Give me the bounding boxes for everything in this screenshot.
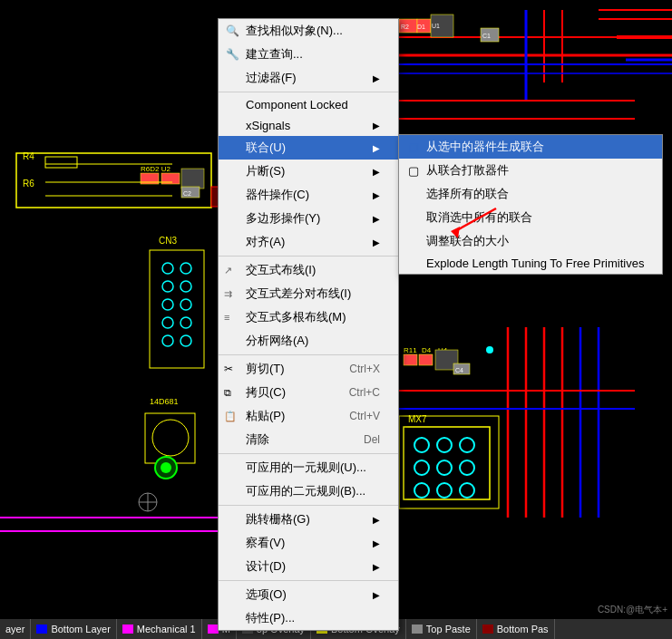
separator-3 <box>219 354 398 355</box>
menu-item-rules-2[interactable]: 可应用的二元规则(B)... <box>219 479 398 503</box>
clear-shortcut: Del <box>364 433 380 446</box>
submenu-create-union[interactable]: ▣ 从选中的器件生成联合 <box>399 135 662 159</box>
svg-rect-25 <box>181 169 204 189</box>
svg-text:R11: R11 <box>404 346 417 354</box>
submenu-deselect-unions[interactable]: 取消选中所有的联合 <box>399 206 662 229</box>
menu-item-union[interactable]: 联合(U) ▶ ▣ 从选中的器件生成联合 ▢ 从联合打散器件 选择所有的联合 取… <box>219 136 398 160</box>
svg-text:R6D2  U2: R6D2 U2 <box>141 165 170 173</box>
filter-arrow: ▶ <box>373 73 380 83</box>
submenu-adjust-union[interactable]: 调整联合的大小 <box>399 229 662 253</box>
svg-text:C4: C4 <box>455 367 463 373</box>
svg-text:C1: C1 <box>482 33 491 39</box>
design-arrow: ▶ <box>373 562 380 572</box>
submenu-dissolve-union[interactable]: ▢ 从联合打散器件 <box>399 159 662 182</box>
xsignals-arrow: ▶ <box>373 121 380 131</box>
menu-item-interactive-routing[interactable]: ↗ 交互式布线(I) <box>219 258 398 282</box>
svg-rect-59 <box>419 354 433 365</box>
svg-text:R2: R2 <box>401 24 409 30</box>
inspect-arrow: ▶ <box>373 538 380 548</box>
svg-text:C2: C2 <box>183 190 191 197</box>
menu-item-rules-1[interactable]: 可应用的一元规则(U)... <box>219 456 398 479</box>
svg-text:CN3: CN3 <box>159 236 177 246</box>
bottom-paste-color <box>482 624 493 634</box>
top-paste-color <box>412 624 423 634</box>
status-layer-indicator: ayer <box>0 619 31 639</box>
menu-item-slice[interactable]: 片断(S) ▶ <box>219 160 398 183</box>
menu-item-clear[interactable]: 清除 Del <box>219 428 398 451</box>
menu-item-xsignals[interactable]: xSignals ▶ <box>219 115 398 136</box>
slice-arrow: ▶ <box>373 167 380 177</box>
status-bottom-paste[interactable]: Bottom Pas <box>477 619 555 639</box>
menu-item-interactive-diff[interactable]: ⇉ 交互式差分对布线(I) <box>219 282 398 305</box>
submenu-select-all-unions[interactable]: 选择所有的联合 <box>399 182 662 206</box>
menu-item-properties[interactable]: 特性(P)... <box>219 606 398 630</box>
create-union-icon: ▣ <box>406 140 421 154</box>
union-arrow: ▶ <box>373 143 380 153</box>
status-bottom-layer[interactable]: Bottom Layer <box>31 619 116 639</box>
submenu-union: ▣ 从选中的器件生成联合 ▢ 从联合打散器件 选择所有的联合 取消选中所有的联合… <box>398 134 663 275</box>
menu-item-jump-grid[interactable]: 跳转栅格(G) ▶ <box>219 508 398 531</box>
menu-item-filter[interactable]: 过滤器(F) ▶ <box>219 66 398 90</box>
menu-item-align[interactable]: 对齐(A) ▶ <box>219 230 398 254</box>
paste-shortcut: Ctrl+V <box>349 410 380 422</box>
status-top-paste[interactable]: Top Paste <box>406 619 477 639</box>
svg-text:R6: R6 <box>23 179 34 189</box>
separator-5 <box>219 505 398 506</box>
mechanical1-color <box>122 624 133 634</box>
svg-point-95 <box>486 346 493 353</box>
menu-item-inspect[interactable]: 察看(V) ▶ <box>219 531 398 555</box>
watermark: CSDN:@电气本+ <box>598 604 667 616</box>
menu-item-copy[interactable]: ⧉ 拷贝(C) Ctrl+C <box>219 381 398 404</box>
menu-item-cut[interactable]: ✂ 剪切(T) Ctrl+X <box>219 357 398 381</box>
separator-1 <box>219 92 398 92</box>
svg-text:D4: D4 <box>422 346 432 354</box>
dissolve-union-icon: ▢ <box>406 163 421 178</box>
component-ops-arrow: ▶ <box>373 190 380 200</box>
svg-text:D1: D1 <box>417 24 425 30</box>
context-menu: 🔍 查找相似对象(N)... 🔧 建立查询... 过滤器(F) ▶ Compon… <box>218 18 399 631</box>
copy-shortcut: Ctrl+C <box>349 386 380 399</box>
options-arrow: ▶ <box>373 590 380 600</box>
jump-grid-arrow: ▶ <box>373 515 380 525</box>
svg-point-49 <box>161 462 171 473</box>
menu-item-interactive-multi[interactable]: ≡ 交互式多根布线(M) <box>219 305 398 329</box>
menu-item-design[interactable]: 设计(D) ▶ <box>219 555 398 578</box>
cut-shortcut: Ctrl+X <box>349 363 380 375</box>
separator-4 <box>219 453 398 454</box>
menu-item-options[interactable]: 选项(O) ▶ <box>219 583 398 606</box>
submenu-explode-length[interactable]: Explode Length Tuning To Free Primitives <box>399 253 662 274</box>
status-mechanical1[interactable]: Mechanical 1 <box>117 619 202 639</box>
svg-text:U1: U1 <box>432 23 440 29</box>
menu-item-find-similar[interactable]: 🔍 查找相似对象(N)... <box>219 19 398 43</box>
align-arrow: ▶ <box>373 237 380 247</box>
polygon-ops-arrow: ▶ <box>373 214 380 224</box>
svg-rect-58 <box>404 354 417 365</box>
menu-item-paste[interactable]: 📋 粘贴(P) Ctrl+V <box>219 404 398 428</box>
menu-item-setup-query[interactable]: 🔧 建立查询... <box>219 43 398 66</box>
svg-text:14D681: 14D681 <box>150 397 179 406</box>
separator-6 <box>219 580 398 581</box>
menu-item-polygon-ops[interactable]: 多边形操作(Y) ▶ <box>219 207 398 230</box>
menu-item-component-ops[interactable]: 器件操作(C) ▶ <box>219 183 398 207</box>
menu-item-component-locked[interactable]: Component Locked <box>219 94 398 115</box>
bottom-layer-color <box>36 624 47 634</box>
m-label-color <box>208 624 219 634</box>
separator-2 <box>219 256 398 257</box>
menu-item-analyze-network[interactable]: 分析网络(A) <box>219 329 398 353</box>
